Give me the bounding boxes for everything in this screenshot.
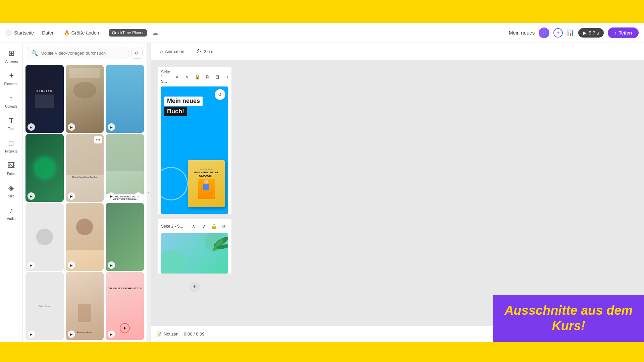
sidebar-item-audio[interactable]: ♪ Audio [1,203,22,224]
template-grid: SONNTAG ▶ ▶ ▶ ▶ [23,62,147,342]
project-title: Mein neues [509,30,535,36]
card-2-block [69,68,100,78]
sidebar-item-text[interactable]: T Text [1,113,22,134]
card-11-img [66,295,104,331]
arrow-button-6[interactable]: → [135,192,142,200]
template-card-4[interactable]: ▶ [25,134,64,202]
sidebar-label-stile: Stile [8,194,14,198]
template-card-8[interactable]: ▶ [66,203,104,271]
preview-button[interactable]: ▶ 9.7 s [578,28,603,38]
panel-search-area: 🔍 ⚙ [23,43,147,62]
analytics-button[interactable]: 📊 [567,29,574,37]
collapse-handle[interactable]: ‹ [147,43,151,342]
play-button-4[interactable]: ▶ [28,192,35,200]
play-button-8[interactable]: ▶ [68,261,75,269]
slide-2-container: Seite 2 - S... ∧ ∨ 🔒 ⧉ [158,219,231,274]
play-icon: ▶ [583,30,587,36]
card-11-text: Erneuere dein... [77,331,92,333]
slide-1-export[interactable]: ↑ [223,72,231,81]
fotos-icon: 🖼 [8,161,15,170]
notes-icon: 📝 [156,331,162,337]
notes-button[interactable]: 📝 Notizen [156,331,178,337]
header-left: ← Startseite Datei 🔥 Größe ändern QuickT… [5,28,158,38]
sidebar-item-fotos[interactable]: 🖼 Fotos [1,158,22,179]
book-figure: $ [198,179,215,199]
play-button-1[interactable]: ▶ [28,123,35,131]
slide-1-actions: ∧ ∨ 🔒 ⧉ 🗑 ↑ [173,72,231,81]
slide-1-duplicate[interactable]: ⧉ [203,72,212,81]
slide-2-preview[interactable] [161,233,228,274]
card-8-img [66,203,104,250]
yellow-bar-bottom [0,342,644,362]
refresh-button[interactable]: ↺ [215,89,225,100]
time-display: 0:00 / 0:09 [184,331,204,337]
sidebar-label-vorlagen: Vorlagen [5,60,18,63]
template-card-1[interactable]: SONNTAG ▶ [25,65,64,133]
projekte-icon: □ [9,139,13,147]
slide-main-text-2: Buch! [164,107,187,116]
back-home-button[interactable]: ← Startseite [5,29,34,36]
sidebar-item-projekte[interactable]: □ Projekte [1,135,22,157]
template-card-6[interactable]: DEKORIEREN MEINER ERSTEN EIGENTUMS-WOHNU… [106,134,144,202]
header: ← Startseite Datei 🔥 Größe ändern QuickT… [0,23,644,43]
slide-2-chevron-up[interactable]: ∧ [189,222,198,231]
slide-1-chevron-down[interactable]: ∨ [183,72,192,81]
card-10-text: Bike-Pfote [38,305,51,308]
file-menu[interactable]: Datei [39,28,56,38]
back-icon: ← [5,29,12,36]
slide-1-chevron-up[interactable]: ∧ [173,72,181,81]
slide-deco-arc [161,167,188,200]
quicktime-badge: QuickTime Player [109,29,147,37]
play-button-10[interactable]: ▶ [28,330,35,338]
sidebar-icons: ⊞ Vorlagen ✦ Elemente ↑ Uploads T Text □… [0,43,23,342]
slide-1-preview[interactable]: ↺ Mein neues Buch! SASCHA GROB FINANZEN … [161,86,228,214]
card-7-shape [36,229,53,245]
add-collaborator-button[interactable]: + [553,28,563,38]
sidebar-item-vorlagen[interactable]: ⊞ Vorlagen [1,46,22,67]
share-icon: ↑ [614,30,617,36]
slide-text-overlay: Mein neues Buch! [164,97,211,116]
slide-2-lock[interactable]: 🔒 [209,222,218,231]
sidebar-item-stile[interactable]: ◈ Stile [1,180,22,201]
template-card-3[interactable]: ▶ [106,65,144,133]
slide-main-text-1: Mein neues [164,97,203,106]
play-button-2[interactable]: ▶ [68,123,75,131]
duration-button[interactable]: ⏱ 2.6 s [193,47,216,57]
slide-1-lock[interactable]: 🔒 [193,72,202,81]
card-6-img-area [106,134,144,171]
play-time: 9.7 s [589,30,599,36]
template-card-5[interactable]: Meine Hautpflege Routine ••• ▶ [66,134,104,202]
slide-1-header: Seite 1 - S... ∧ ∨ 🔒 ⧉ 🗑 ↑ [158,67,231,86]
slide-1-delete[interactable]: 🗑 [213,72,222,81]
sidebar-item-uploads[interactable]: ↑ Uploads [1,90,22,112]
yellow-bar-top [0,0,644,23]
play-button-5[interactable]: ▶ [68,192,75,200]
resize-button[interactable]: 🔥 Größe ändern [61,28,103,38]
purple-banner: Ausschnitte aus dem Kurs! [493,295,644,342]
search-input[interactable] [41,51,124,56]
template-card-2[interactable]: ▶ [66,65,104,133]
template-card-7[interactable]: ▶ [25,203,64,271]
sidebar-item-elemente[interactable]: ✦ Elemente [1,68,22,89]
template-card-9[interactable]: ▶ [106,203,144,271]
template-card-11[interactable]: Erneuere dein... ▶ [66,272,104,340]
sidebar-label-audio: Audio [7,217,16,221]
add-slide-button[interactable]: + [189,282,200,292]
share-button[interactable]: ↑ Teilen [608,27,639,38]
slide-2-duplicate[interactable]: ⧉ [219,222,228,231]
template-card-10[interactable]: Bike-Pfote ▶ [25,272,64,340]
book-cover: SASCHA GROB FINANZEN LEICHT GEMACHT! $ [188,160,225,207]
template-card-12[interactable]: DIE NEUE TASCHE IST DA! ✦ ▶ [106,272,144,340]
slide-2-chevron-down[interactable]: ∨ [199,222,208,231]
play-button-11[interactable]: ▶ [68,330,75,338]
filter-button[interactable]: ⚙ [131,48,143,59]
elemente-icon: ✦ [8,71,14,80]
play-button-7[interactable]: ▶ [28,261,35,269]
animation-button[interactable]: ○ Animation [156,47,187,57]
slide-1-label: Seite 1 - S... [161,70,170,84]
stile-icon: ◈ [8,184,14,192]
sidebar-label-uploads: Uploads [5,105,17,108]
more-button-5[interactable]: ••• [94,136,102,143]
back-label: Startseite [14,30,34,36]
canvas-toolbar: ○ Animation ⏱ 2.6 s [151,43,644,60]
